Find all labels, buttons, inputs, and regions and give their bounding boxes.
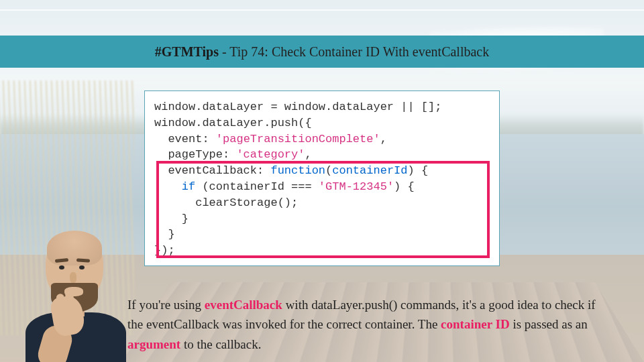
desc-emphasis-container-id: container ID xyxy=(441,317,510,331)
avatar-eye-right xyxy=(79,265,85,269)
top-edge-line xyxy=(0,9,644,11)
title-bar: #GTMTips - Tip 74: Check Container ID Wi… xyxy=(0,36,644,68)
code-line-3: event: 'pageTransitionComplete', xyxy=(154,131,490,147)
code-line-8: } xyxy=(154,211,490,227)
desc-emphasis-eventcallback: eventCallback xyxy=(205,298,282,312)
code-line-1: window.dataLayer = window.dataLayer || [… xyxy=(154,99,490,115)
avatar-finger-2 xyxy=(65,290,74,313)
avatar-nose xyxy=(70,272,76,283)
desc-text-1: If you're using xyxy=(127,298,205,312)
code-line-2: window.dataLayer.push({ xyxy=(154,115,490,131)
code-line-6: if (containerId === 'GTM-12345') { xyxy=(154,179,490,195)
desc-text-3: is passed as an xyxy=(510,317,588,331)
code-line-9: } xyxy=(154,227,490,243)
code-line-4: pageType: 'category', xyxy=(154,147,490,163)
presenter-avatar xyxy=(13,221,134,362)
title-separator: - xyxy=(219,44,229,59)
description-paragraph: If you're using eventCallback with dataL… xyxy=(127,295,604,354)
code-snippet-box: window.dataLayer = window.dataLayer || [… xyxy=(144,90,500,266)
avatar-eye-left xyxy=(59,265,64,269)
code-line-10: }); xyxy=(154,243,490,259)
tip-title: Tip 74: Check Container ID With eventCal… xyxy=(229,44,489,59)
desc-emphasis-argument: argument xyxy=(127,337,180,351)
desc-text-4: to the callback. xyxy=(180,337,261,351)
hashtag-label: #GTMTips xyxy=(155,44,219,59)
code-line-5: eventCallback: function(containerId) { xyxy=(154,163,490,179)
code-line-7: clearStorage(); xyxy=(154,195,490,211)
